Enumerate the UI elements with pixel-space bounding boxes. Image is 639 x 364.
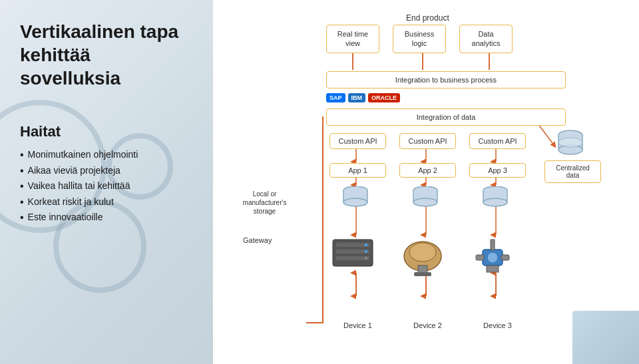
app-box-2: App 2 <box>399 163 456 178</box>
device-label-1: Device 1 <box>329 321 386 329</box>
app-box-1: App 1 <box>329 163 386 178</box>
svg-point-29 <box>558 138 582 147</box>
app-box-3: App 3 <box>469 163 526 178</box>
haitat-section: Haitat Monimutkainen ohjelmointi Aikaa v… <box>20 123 193 226</box>
custom-api-label-2: Custom API <box>399 133 456 149</box>
centralized-data-label: Centralized data <box>544 160 601 183</box>
realtime-label: Real time view <box>326 25 379 53</box>
db-icon-2 <box>409 186 441 212</box>
svg-rect-46 <box>336 243 369 247</box>
svg-rect-47 <box>336 250 369 254</box>
ibm-logo: IBM <box>348 93 366 102</box>
custom-api-box-3: Custom API <box>469 133 526 149</box>
device-label-3: Device 3 <box>469 321 526 329</box>
custom-api-label-1: Custom API <box>329 133 386 149</box>
app-label-3: App 3 <box>469 163 526 178</box>
sap-logo: SAP <box>326 93 345 102</box>
list-item: Korkeat riskit ja kulut <box>20 194 193 210</box>
centralized-db-icon <box>554 130 586 158</box>
device-label-2: Device 2 <box>399 321 456 329</box>
custom-api-box-1: Custom API <box>329 133 386 149</box>
diagram: End product Real time view Business logi… <box>213 10 626 349</box>
oracle-logo: ORACLE <box>368 93 400 102</box>
main-title: Vertikaalinen tapa kehittää sovelluksia <box>20 20 193 90</box>
analytics-box: Data analytics <box>459 25 513 53</box>
list-item: Vaikea hallita tai kehittää <box>20 178 193 194</box>
end-product-label: End product <box>406 13 449 23</box>
svg-point-51 <box>365 257 367 260</box>
app-label-2: App 2 <box>399 163 456 178</box>
list-item: Este innovaatioille <box>20 210 193 226</box>
list-item: Aikaa vieviä projekteja <box>20 163 193 179</box>
integration-data-banner: Integration of data <box>326 108 566 126</box>
business-label: Business logic <box>393 25 446 53</box>
analytics-label: Data analytics <box>459 25 513 53</box>
gateway-device-1 <box>329 236 376 275</box>
logos-row: SAP IBM ORACLE <box>326 93 400 102</box>
svg-rect-55 <box>414 272 431 276</box>
svg-rect-48 <box>336 256 369 260</box>
integration-business-text: Integration to business process <box>326 71 566 89</box>
svg-point-32 <box>343 198 367 206</box>
integration-business-banner: Integration to business process <box>326 71 566 89</box>
left-panel: Vertikaalinen tapa kehittää sovelluksia … <box>0 0 206 364</box>
svg-point-42 <box>483 198 507 206</box>
realtime-box: Real time view <box>326 25 379 53</box>
svg-point-53 <box>409 243 436 262</box>
list-item: Monimutkainen ohjelmointi <box>20 147 193 163</box>
app-label-1: App 1 <box>329 163 386 178</box>
custom-api-box-2: Custom API <box>399 133 456 149</box>
gateway-label: Gateway <box>243 236 272 244</box>
svg-point-37 <box>413 198 437 206</box>
right-panel: End product Real time view Business logi… <box>206 0 639 364</box>
svg-point-50 <box>365 250 367 253</box>
gateway-device-2 <box>399 236 446 282</box>
custom-api-label-3: Custom API <box>469 133 526 149</box>
content-wrapper: Vertikaalinen tapa kehittää sovelluksia … <box>0 0 639 364</box>
db-icon-1 <box>339 186 371 212</box>
svg-rect-59 <box>487 266 499 272</box>
bullet-list: Monimutkainen ohjelmointi Aikaa vieviä p… <box>20 147 193 226</box>
gateway-device-3 <box>469 236 516 282</box>
integration-data-text: Integration of data <box>326 108 566 126</box>
local-storage-label: Local or manufacturer's storage <box>233 190 296 216</box>
svg-point-49 <box>365 244 367 246</box>
svg-rect-61 <box>501 255 509 260</box>
svg-rect-60 <box>476 255 484 260</box>
svg-rect-58 <box>491 240 495 250</box>
db-icon-3 <box>479 186 511 212</box>
haitat-title: Haitat <box>20 123 193 140</box>
centralized-data-area: Centralized data <box>539 130 601 183</box>
svg-point-57 <box>487 252 498 263</box>
business-box: Business logic <box>393 25 446 53</box>
